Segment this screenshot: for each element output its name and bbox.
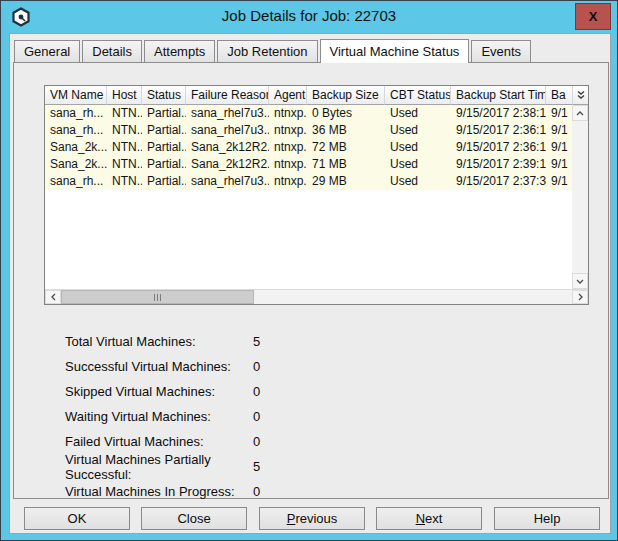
summary-label: Virtual Machines Partially Successful:	[65, 452, 253, 482]
summary-skipped-vms: Skipped Virtual Machines: 0	[65, 379, 293, 404]
chevron-left-icon	[51, 293, 56, 301]
cell-failure-reason: sana_rhel7u3...	[186, 173, 269, 190]
cell-cbt-status: Used	[385, 173, 451, 190]
cell-failure-reason: Sana_2k12R2...	[186, 139, 269, 156]
table-row[interactable]: Sana_2k... NTN... Partial... Sana_2k12R2…	[45, 139, 572, 156]
column-header-cbt-status[interactable]: CBT Status	[385, 86, 451, 105]
cell-status: Partial...	[142, 139, 186, 156]
column-header-backup-size[interactable]: Backup Size	[307, 86, 385, 105]
double-chevron-down-icon	[576, 90, 586, 100]
tab-events[interactable]: Events	[471, 40, 531, 62]
table-header-row: VM Name Host Status Failure Reason Agent…	[45, 86, 572, 105]
column-overflow-button[interactable]	[572, 86, 588, 105]
cell-cbt-status: Used	[385, 122, 451, 139]
cell-backup-start-time: 9/15/2017 2:36:1...	[451, 122, 546, 139]
summary-section: Total Virtual Machines: 5 Successful Vir…	[65, 329, 293, 504]
column-header-agent[interactable]: Agent	[269, 86, 307, 105]
cell-agent: ntnxp...	[269, 139, 307, 156]
tab-bar: General Details Attempts Job Retention V…	[14, 38, 533, 62]
summary-value: 0	[253, 409, 293, 424]
thumb-grip	[160, 294, 161, 301]
cell-failure-reason: Sana_2k12R2...	[186, 156, 269, 173]
cell-cbt-status: Used	[385, 156, 451, 173]
thumb-grip	[154, 294, 155, 301]
dialog-body: General Details Attempts Job Retention V…	[9, 33, 611, 534]
table-body: sana_rh... NTN... Partial... sana_rhel7u…	[45, 105, 572, 289]
cell-vm-name: sana_rh...	[45, 105, 107, 122]
cell-host: NTN...	[107, 156, 142, 173]
cell-backup-end-time: 9/1	[546, 156, 572, 173]
scroll-down-button[interactable]	[572, 273, 588, 289]
summary-successful-vms: Successful Virtual Machines: 0	[65, 354, 293, 379]
horizontal-scrollbar[interactable]	[45, 289, 588, 304]
summary-label: Skipped Virtual Machines:	[65, 384, 253, 399]
column-header-status[interactable]: Status	[142, 86, 186, 105]
cell-agent: ntnxp...	[269, 105, 307, 122]
summary-in-progress-vms: Virtual Machines In Progress: 0	[65, 479, 293, 504]
column-header-backup-start-time[interactable]: Backup Start Time	[451, 86, 546, 105]
thumb-grip	[157, 294, 158, 301]
cell-host: NTN...	[107, 122, 142, 139]
cell-backup-size: 29 MB	[307, 173, 385, 190]
cell-cbt-status: Used	[385, 139, 451, 156]
virtual-machine-status-panel: VM Name Host Status Failure Reason Agent…	[13, 62, 609, 499]
table-row[interactable]: Sana_2k... NTN... Partial... Sana_2k12R2…	[45, 156, 572, 173]
horizontal-scroll-thumb[interactable]	[61, 290, 254, 304]
scroll-left-button[interactable]	[45, 290, 61, 304]
cell-backup-start-time: 9/15/2017 2:37:3...	[451, 173, 546, 190]
summary-partially-successful-vms: Virtual Machines Partially Successful: 5	[65, 454, 293, 479]
cell-backup-end-time: 9/1	[546, 139, 572, 156]
tab-virtual-machine-status[interactable]: Virtual Machine Status	[320, 39, 470, 63]
summary-value: 5	[253, 334, 293, 349]
dialog-title: Job Details for Job: 22703	[1, 1, 617, 33]
column-header-vm-name[interactable]: VM Name	[45, 86, 107, 105]
vertical-scrollbar[interactable]	[572, 105, 588, 289]
cell-host: NTN...	[107, 139, 142, 156]
cell-backup-end-time: 9/1	[546, 105, 572, 122]
summary-value: 0	[253, 359, 293, 374]
summary-value: 5	[253, 459, 293, 474]
cell-host: NTN...	[107, 173, 142, 190]
table-row[interactable]: sana_rh... NTN... Partial... sana_rhel7u…	[45, 122, 572, 139]
cell-backup-start-time: 9/15/2017 2:36:1...	[451, 139, 546, 156]
cell-status: Partial...	[142, 156, 186, 173]
scroll-right-button[interactable]	[572, 290, 588, 304]
table-row[interactable]: sana_rh... NTN... Partial... sana_rhel7u…	[45, 105, 572, 122]
cell-agent: ntnxp...	[269, 156, 307, 173]
column-header-backup-end-time-truncated[interactable]: Ba	[546, 86, 572, 105]
cell-failure-reason: sana_rhel7u3...	[186, 105, 269, 122]
close-button[interactable]: X	[575, 3, 611, 30]
cell-backup-size: 36 MB	[307, 122, 385, 139]
scroll-up-button[interactable]	[572, 105, 588, 121]
cell-vm-name: Sana_2k...	[45, 156, 107, 173]
summary-failed-vms: Failed Virtual Machines: 0	[65, 429, 293, 454]
tab-details[interactable]: Details	[82, 40, 142, 62]
titlebar[interactable]: Job Details for Job: 22703 X	[1, 1, 617, 33]
tab-general[interactable]: General	[14, 40, 80, 62]
tab-job-retention[interactable]: Job Retention	[217, 40, 317, 62]
cell-status: Partial...	[142, 173, 186, 190]
cell-backup-start-time: 9/15/2017 2:39:1...	[451, 156, 546, 173]
cell-agent: ntnxp...	[269, 122, 307, 139]
summary-label: Waiting Virtual Machines:	[65, 409, 253, 424]
tab-attempts[interactable]: Attempts	[144, 40, 215, 62]
cell-status: Partial...	[142, 122, 186, 139]
close-dialog-button[interactable]: Close	[141, 507, 247, 530]
chevron-up-icon	[576, 111, 584, 116]
chevron-right-icon	[578, 293, 583, 301]
cell-status: Partial...	[142, 105, 186, 122]
previous-button[interactable]: Previous	[259, 507, 365, 530]
column-header-host[interactable]: Host	[107, 86, 142, 105]
vm-status-table: VM Name Host Status Failure Reason Agent…	[44, 85, 589, 305]
summary-total-vms: Total Virtual Machines: 5	[65, 329, 293, 354]
table-row[interactable]: sana_rh... NTN... Partial... sana_rhel7u…	[45, 173, 572, 190]
cell-agent: ntnxp...	[269, 173, 307, 190]
next-button[interactable]: Next	[376, 507, 482, 530]
cell-backup-end-time: 9/1	[546, 173, 572, 190]
summary-label: Successful Virtual Machines:	[65, 359, 253, 374]
help-button[interactable]: Help	[494, 507, 600, 530]
ok-button[interactable]: OK	[24, 507, 130, 530]
column-header-failure-reason[interactable]: Failure Reason	[186, 86, 269, 105]
close-icon: X	[589, 9, 598, 24]
cell-backup-size: 72 MB	[307, 139, 385, 156]
